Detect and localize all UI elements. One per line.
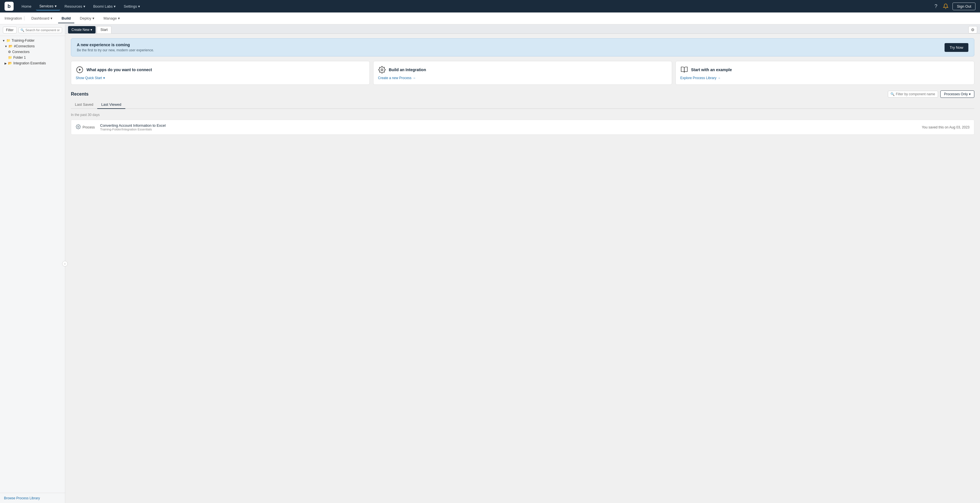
banner-heading: A new experience is coming: [77, 43, 154, 47]
card-example-title: Start with an example: [691, 67, 732, 72]
build-main-content: A new experience is coming Be the first …: [65, 34, 980, 139]
settings-dropdown-icon: ▾: [138, 4, 140, 8]
recents-section: Recents 🔍 Processes Only ▾ Last Saved: [71, 91, 974, 135]
subnav-build[interactable]: Build: [58, 14, 74, 23]
banner-text: A new experience is coming Be the first …: [77, 43, 154, 52]
book-icon: [680, 66, 688, 74]
gear-integration-icon: [378, 66, 386, 74]
create-new-button[interactable]: Create New ▾: [68, 26, 95, 33]
tree-item-folder1[interactable]: 📁 Folder 1: [0, 55, 65, 60]
folder-icon: 📂: [8, 44, 13, 48]
banner-body: Be the first to try our new, modern user…: [77, 48, 154, 52]
play-circle-icon: [76, 66, 84, 74]
show-quick-start-link[interactable]: Show Quick Start ▾: [76, 76, 365, 80]
folder-icon: 📁: [6, 38, 11, 43]
tree-item-connections[interactable]: ▼ 📂 #Connections: [0, 43, 65, 49]
filter-button[interactable]: Filter: [3, 27, 17, 33]
chevron-down-icon: ▾: [103, 76, 105, 80]
recents-header: Recents 🔍 Processes Only ▾: [71, 91, 974, 98]
recent-item-name: Converting Account Information to Excel …: [100, 123, 917, 131]
notifications-icon[interactable]: [941, 2, 950, 11]
sign-out-button[interactable]: Sign Out: [953, 3, 975, 10]
processes-only-button[interactable]: Processes Only ▾: [940, 91, 974, 98]
services-dropdown-icon: ▾: [55, 4, 57, 8]
nav-settings[interactable]: Settings ▾: [120, 3, 143, 10]
tab-last-viewed[interactable]: Last Viewed: [97, 101, 125, 109]
create-process-link[interactable]: Create a new Process →: [378, 76, 667, 80]
boomi-labs-dropdown-icon: ▾: [114, 4, 116, 8]
top-navigation: b Home Services ▾ Resources ▾ Boomi Labs…: [0, 0, 980, 13]
recents-controls: 🔍 Processes Only ▾: [888, 91, 974, 98]
context-label: Integration: [5, 16, 24, 21]
tree-item-label: #Connections: [14, 44, 35, 48]
nav-services[interactable]: Services ▾: [36, 2, 60, 11]
tree-item-connectors[interactable]: ⚙ Connectors: [0, 49, 65, 55]
manage-dropdown-icon: ▾: [118, 16, 120, 21]
try-now-button[interactable]: Try Now: [945, 43, 968, 52]
card-build-header: Build an Integration: [378, 66, 667, 74]
card-example[interactable]: Start with an example Explore Process Li…: [675, 61, 974, 85]
top-nav-actions: ? Sign Out: [933, 2, 975, 11]
toggle-icon: ▼: [2, 39, 5, 42]
card-example-header: Start with an example: [680, 66, 969, 74]
sidebar: Filter 🔍 ▼ 📁 Training-Folder ▼ 📂 #Connec…: [0, 24, 65, 503]
deploy-dropdown-icon: ▾: [92, 16, 94, 21]
tree-item-label: Integration Essentials: [13, 61, 46, 65]
help-icon[interactable]: ?: [933, 2, 939, 11]
sidebar-toolbar: Filter 🔍: [0, 24, 65, 36]
subnav-manage[interactable]: Manage ▾: [100, 14, 123, 23]
nav-home[interactable]: Home: [18, 3, 35, 10]
tree-item-label: Training-Folder: [12, 38, 35, 43]
sidebar-search-input[interactable]: [25, 29, 60, 32]
recents-filter-input[interactable]: [896, 92, 935, 96]
sidebar-collapse-handle[interactable]: ›: [62, 261, 68, 266]
process-type-icon: [76, 124, 81, 131]
tree-item-integration-essentials[interactable]: ▶ 📂 Integration Essentials: [0, 60, 65, 66]
tree-item-training-folder[interactable]: ▼ 📁 Training-Folder: [0, 38, 65, 43]
recent-item-path: Training-Folder/Integration Essentials: [100, 127, 917, 131]
card-build[interactable]: Build an Integration Create a new Proces…: [373, 61, 672, 85]
toggle-icon: ▶: [5, 62, 7, 65]
folder-icon: 📁: [8, 56, 12, 59]
main-content-area: Create New ▾ Start ⚙ A new experience is…: [65, 24, 980, 503]
sidebar-search-box: 🔍: [18, 27, 62, 33]
resources-dropdown-icon: ▾: [83, 4, 85, 8]
browse-process-library-link[interactable]: Browse Process Library: [4, 496, 40, 500]
nav-boomi-labs[interactable]: Boomi Labs ▾: [90, 3, 119, 10]
connector-icon: ⚙: [8, 50, 11, 54]
recent-item[interactable]: Process Converting Account Information t…: [71, 119, 974, 135]
main-layout: Filter 🔍 ▼ 📁 Training-Folder ▼ 📂 #Connec…: [0, 24, 980, 503]
card-connect-title: What apps do you want to connect: [86, 67, 152, 72]
gear-settings-button[interactable]: ⚙: [968, 26, 977, 33]
sidebar-search-icon: 🔍: [21, 29, 24, 32]
tree-item-label: Folder 1: [13, 56, 26, 59]
svg-point-2: [381, 69, 383, 71]
process-type-label: Process: [83, 125, 95, 129]
recents-title: Recents: [71, 92, 89, 97]
processes-only-dropdown-icon: ▾: [969, 92, 970, 96]
file-tree: ▼ 📁 Training-Folder ▼ 📂 #Connections ⚙ C…: [0, 36, 65, 493]
experience-banner: A new experience is coming Be the first …: [71, 38, 974, 56]
explore-library-link[interactable]: Explore Process Library →: [680, 76, 969, 80]
tab-last-saved[interactable]: Last Saved: [71, 101, 97, 109]
card-build-title: Build an Integration: [389, 67, 426, 72]
recent-item-title: Converting Account Information to Excel: [100, 123, 917, 127]
recents-tabs: Last Saved Last Viewed: [71, 101, 974, 109]
boomi-logo[interactable]: b: [5, 2, 14, 11]
sidebar-footer: Browse Process Library: [0, 493, 65, 503]
quickstart-cards: What apps do you want to connect Show Qu…: [71, 61, 974, 85]
sub-navigation: Integration Dashboard ▾ Build Deploy ▾ M…: [0, 13, 980, 24]
filter-search-icon: 🔍: [890, 92, 895, 96]
create-new-dropdown-icon: ▾: [91, 28, 92, 32]
card-connect[interactable]: What apps do you want to connect Show Qu…: [71, 61, 370, 85]
subnav-dashboard[interactable]: Dashboard ▾: [28, 14, 56, 23]
nav-resources[interactable]: Resources ▾: [61, 3, 89, 10]
toggle-icon: ▼: [5, 45, 7, 48]
tab-start[interactable]: Start: [97, 26, 111, 33]
svg-marker-1: [79, 68, 81, 71]
card-connect-header: What apps do you want to connect: [76, 66, 365, 74]
period-label: In the past 30 days: [71, 113, 974, 117]
process-badge: Process: [76, 124, 95, 131]
folder-icon: 📂: [8, 61, 12, 65]
subnav-deploy[interactable]: Deploy ▾: [76, 14, 98, 23]
